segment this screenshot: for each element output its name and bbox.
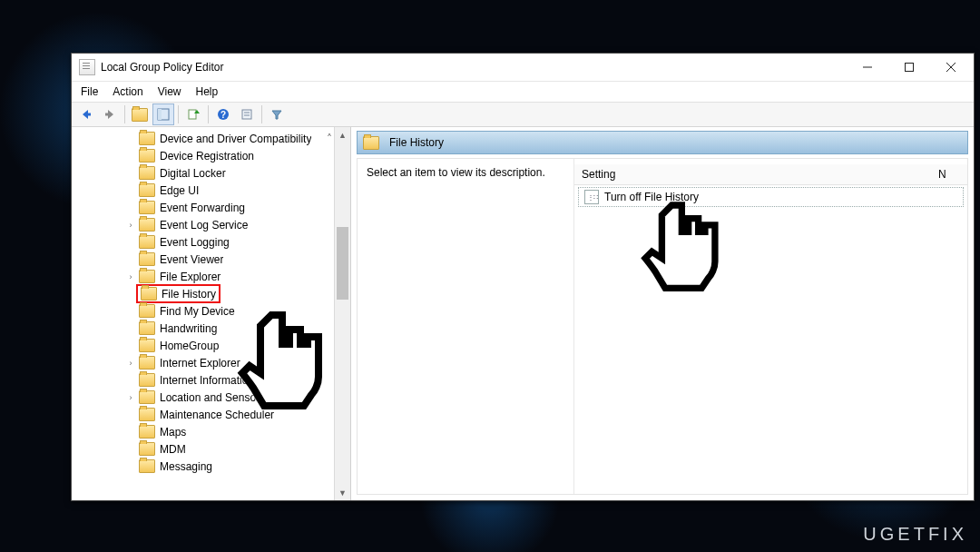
description-prompt: Select an item to view its description.	[367, 166, 545, 179]
folder-icon	[139, 459, 155, 473]
folder-icon	[139, 166, 155, 180]
folder-icon	[139, 252, 155, 266]
expand-caret-icon[interactable]: ›	[124, 219, 137, 232]
menu-help[interactable]: Help	[196, 85, 219, 98]
tree-item-label: Maps	[160, 426, 186, 439]
folder-icon	[139, 425, 155, 439]
tree-item[interactable]: HomeGroup	[72, 337, 350, 354]
scroll-down-arrow-icon[interactable]: ▼	[335, 485, 350, 500]
toolbar-separator	[178, 105, 179, 123]
svg-rect-7	[105, 113, 109, 116]
tree-item[interactable]: Event Logging	[72, 233, 350, 251]
tree-item[interactable]: ›File Explorer	[72, 268, 350, 285]
minimize-button[interactable]	[847, 54, 888, 81]
scroll-thumb[interactable]	[337, 227, 348, 300]
properties-button[interactable]	[236, 104, 258, 125]
filter-icon	[270, 108, 283, 121]
folder-icon	[139, 390, 155, 404]
tree-item[interactable]: Maps	[72, 423, 350, 440]
column-header-setting[interactable]: Setting	[574, 164, 931, 185]
export-icon	[187, 108, 200, 121]
detail-description-pane: Select an item to view its description.	[358, 159, 574, 494]
tree-item-label: Event Log Service	[160, 219, 248, 232]
column-header-state-label: N	[938, 168, 946, 181]
minimize-icon	[863, 63, 872, 72]
folder-up-icon	[132, 108, 148, 122]
up-button[interactable]	[129, 104, 151, 125]
tree-scrollbar[interactable]: ▲ ▼	[334, 127, 350, 500]
tree-item[interactable]: Find My Device	[72, 302, 350, 320]
tree-item-label: HomeGroup	[160, 340, 219, 352]
column-header-state[interactable]: N	[931, 164, 967, 185]
window-title: Local Group Policy Editor	[101, 61, 223, 74]
tree-item-label: Edge UI	[160, 184, 199, 197]
tree-item-label: Location and Sensors	[160, 391, 265, 404]
tree-pane-icon	[157, 108, 170, 121]
tree-item-label: Handwriting	[160, 322, 217, 335]
folder-icon	[139, 132, 155, 145]
back-button[interactable]	[75, 104, 97, 125]
menu-action[interactable]: Action	[113, 85, 142, 98]
tree-item-label: Messaging	[160, 460, 212, 473]
folder-icon	[139, 235, 155, 249]
tree-container[interactable]: Device and Driver Compatibility ˄Device …	[72, 127, 350, 478]
menu-view[interactable]: View	[158, 85, 181, 98]
svg-rect-1	[906, 64, 914, 72]
column-header-setting-label: Setting	[582, 168, 615, 181]
tree-item[interactable]: Event Viewer	[72, 251, 350, 268]
tree-item[interactable]: Device and Driver Compatibility ˄	[72, 130, 350, 147]
tree-item[interactable]: MDM	[72, 440, 350, 458]
menu-file[interactable]: File	[81, 85, 98, 98]
expand-caret-icon[interactable]: ›	[124, 271, 137, 283]
tree-item-label: MDM	[160, 443, 186, 456]
scroll-up-arrow-icon[interactable]: ▲	[335, 127, 350, 143]
filter-button[interactable]	[266, 104, 288, 125]
tree-item-label: Find My Device	[160, 305, 235, 318]
tree-item[interactable]: Handwriting	[72, 320, 350, 337]
tree-item-label: Event Forwarding	[160, 202, 245, 214]
tree-item[interactable]: Messaging	[72, 458, 350, 475]
detail-heading: File History	[389, 136, 444, 149]
tree-item[interactable]: Internet Information Services	[72, 371, 350, 389]
folder-icon	[139, 321, 155, 335]
forward-button[interactable]	[99, 104, 121, 125]
tree-item[interactable]: File History	[72, 285, 350, 302]
svg-rect-5	[87, 113, 91, 116]
tree-item-label: Internet Explorer	[160, 357, 240, 370]
gpedit-window: Local Group Policy Editor File Action Vi…	[71, 53, 975, 501]
forward-arrow-icon	[103, 108, 116, 121]
watermark-text: UGETFIX	[863, 524, 967, 545]
toolbar-separator	[124, 105, 125, 123]
tree-item[interactable]: Maintenance Scheduler	[72, 406, 350, 423]
toolbar-separator	[261, 105, 262, 123]
tree-item[interactable]: Event Forwarding	[72, 199, 350, 216]
close-button[interactable]	[930, 54, 972, 81]
content-area: Device and Driver Compatibility ˄Device …	[72, 127, 974, 500]
help-button[interactable]: ?	[212, 104, 234, 125]
show-tree-button[interactable]	[152, 104, 174, 125]
export-button[interactable]	[182, 104, 204, 125]
tree-item[interactable]: Device Registration	[72, 147, 350, 164]
policy-setting-icon: ⋮∷	[584, 190, 599, 204]
expand-caret-icon[interactable]: ›	[124, 357, 137, 370]
tree-item[interactable]: Digital Locker	[72, 164, 350, 182]
tree-item-label: Maintenance Scheduler	[160, 409, 274, 421]
setting-row[interactable]: ⋮∷ Turn off File History	[578, 187, 964, 207]
toolbar: ?	[72, 102, 974, 127]
tree-item[interactable]: Edge UI	[72, 182, 350, 199]
tree-item[interactable]: ›Event Log Service	[72, 216, 350, 233]
properties-icon	[240, 108, 253, 121]
expand-caret-icon[interactable]: ›	[124, 391, 137, 404]
maximize-button[interactable]	[888, 54, 930, 81]
close-icon	[946, 63, 956, 72]
menubar: File Action View Help	[72, 82, 974, 102]
tree-item[interactable]: ›Location and Sensors	[72, 389, 350, 406]
tree-pane: Device and Driver Compatibility ˄Device …	[72, 127, 351, 500]
folder-icon	[363, 136, 379, 150]
maximize-icon	[905, 63, 914, 72]
app-icon	[79, 59, 95, 75]
folder-icon	[139, 442, 155, 456]
tree-item[interactable]: ›Internet Explorer	[72, 354, 350, 371]
titlebar[interactable]: Local Group Policy Editor	[72, 54, 974, 82]
folder-icon	[139, 270, 155, 283]
